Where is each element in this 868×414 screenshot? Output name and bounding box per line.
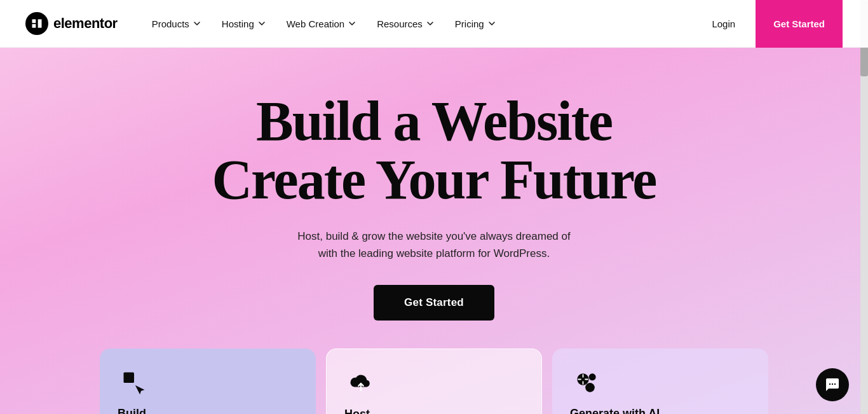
nav-item-web-creation[interactable]: Web Creation <box>278 13 365 34</box>
svg-point-6 <box>589 373 596 380</box>
host-icon <box>344 367 377 400</box>
scrollbar[interactable] <box>860 0 868 414</box>
svg-rect-2 <box>38 19 42 27</box>
svg-point-8 <box>829 383 831 385</box>
card-build-label: Build <box>118 407 146 414</box>
chevron-down-icon <box>257 19 266 28</box>
card-host[interactable]: Host <box>326 348 542 414</box>
nav-item-resources[interactable]: Resources <box>368 13 444 34</box>
card-build[interactable]: Build <box>100 348 316 414</box>
logo-icon[interactable] <box>25 12 48 35</box>
hero-title: Build a Website Create Your Future <box>212 92 656 210</box>
ai-icon <box>570 366 603 399</box>
hero-cta-button[interactable]: Get Started <box>374 285 494 321</box>
login-button[interactable]: Login <box>702 13 745 34</box>
navbar-left: elementor Products Hosting We <box>25 12 505 35</box>
chevron-down-icon <box>348 19 356 28</box>
logo-text[interactable]: elementor <box>53 15 118 32</box>
get-started-nav-button[interactable]: Get Started <box>756 0 843 48</box>
hero-section: Build a Website Create Your Future Host,… <box>0 48 868 414</box>
chevron-down-icon <box>426 19 435 28</box>
nav-item-pricing[interactable]: Pricing <box>446 13 505 34</box>
card-ai-label: Generate with AI <box>570 407 660 414</box>
chevron-down-icon <box>193 19 201 28</box>
card-ai[interactable]: Generate with AI <box>552 348 768 414</box>
navbar-right: Login Get Started <box>702 0 843 48</box>
chat-button[interactable] <box>816 368 849 401</box>
svg-rect-3 <box>124 373 135 383</box>
card-host-label: Host <box>344 408 370 414</box>
svg-point-9 <box>832 383 833 385</box>
navbar: elementor Products Hosting We <box>0 0 868 48</box>
svg-rect-1 <box>32 24 36 28</box>
feature-cards: Build Host <box>85 348 783 414</box>
build-icon <box>118 366 151 399</box>
chevron-down-icon <box>487 19 496 28</box>
hero-subtitle: Host, build & grow the website you've al… <box>297 228 570 262</box>
svg-point-10 <box>834 383 836 385</box>
nav-links: Products Hosting Web Creation <box>143 13 505 34</box>
nav-item-hosting[interactable]: Hosting <box>213 13 275 34</box>
svg-marker-4 <box>135 385 145 395</box>
nav-item-products[interactable]: Products <box>143 13 210 34</box>
svg-point-7 <box>585 383 595 392</box>
svg-rect-0 <box>32 19 36 23</box>
